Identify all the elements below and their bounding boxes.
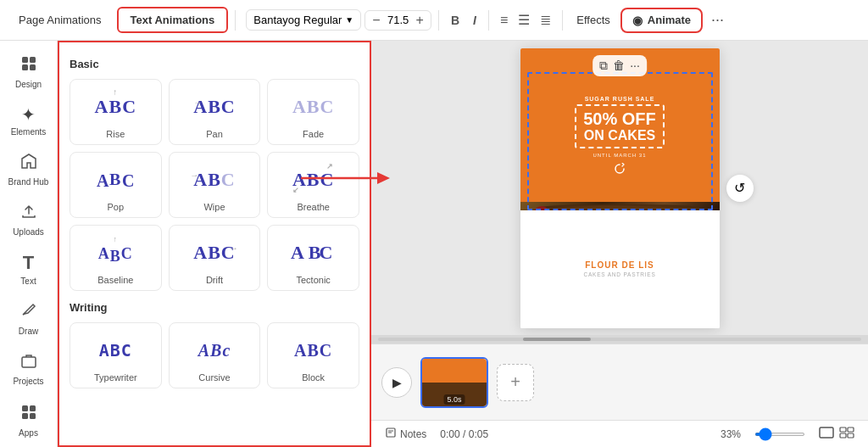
sidebar-brand-hub-label: Brand Hub [8,177,49,187]
sidebar-design-label: Design [15,80,42,89]
single-view-button[interactable] [819,427,834,442]
svg-rect-4 [22,357,36,367]
animation-pan[interactable]: → ABC Pan [169,79,261,145]
sidebar-uploads-label: Uploads [13,227,44,237]
sugar-rush-text: SUGAR RUSH SALE [575,96,665,102]
typewriter-label: Typewriter [75,372,156,383]
toolbar-divider-3 [488,10,489,31]
sale-box: 50% OFF ON CAKES [575,104,665,148]
align-buttons: ≡ ☰ ≣ [496,8,555,31]
align-indent-button[interactable]: ≣ [536,8,555,31]
sidebar-text-label: Text [20,277,36,286]
canvas-rotate-button[interactable]: ↺ [726,175,754,202]
panel-scroll[interactable]: Basic ↑ ABC Rise → [59,42,370,445]
sidebar-apps-label: Apps [19,428,38,438]
animation-wipe[interactable]: → ABC Wipe [169,152,261,218]
toolbar-divider-2 [438,10,439,31]
canvas-copy-button[interactable]: ⧉ [599,59,608,73]
align-left-button[interactable]: ≡ [496,8,512,31]
timeline: ▶ 5.0s + [371,344,868,420]
grid-view-button[interactable] [839,427,854,442]
svg-rect-17 [840,433,846,438]
animation-typewriter[interactable]: ABC Typewriter [70,322,162,388]
fade-preview: ABC [273,88,353,126]
toolbar-divider-1 [235,10,236,31]
align-list-button[interactable]: ☰ [514,8,534,31]
draw-icon [19,301,38,324]
canvas-scroll[interactable]: ⧉ 🗑 ··· SUGAR RUSH SALE 50% OFF ON CAKES [371,41,868,335]
add-slide-button[interactable]: + [497,364,534,401]
drift-preview: → ABC [175,234,255,271]
animation-rise[interactable]: ↑ ABC Rise [70,79,162,145]
animation-block[interactable]: ABC Block [267,322,359,388]
uploads-icon [19,202,38,225]
format-bold-button[interactable]: B [446,10,465,31]
animate-label: Animate [648,14,691,26]
animate-button[interactable]: ◉ Animate [620,8,703,33]
projects-icon [19,351,38,374]
tectonic-preview: ABC [273,234,353,271]
sidebar-projects-label: Projects [13,377,43,386]
pan-label: Pan [175,129,255,139]
sidebar-item-uploads[interactable]: Uploads [3,195,54,243]
horizontal-scrollbar[interactable] [371,335,868,344]
brand-sub-text: CAKES AND PASTRIES [583,271,655,277]
timeline-thumbnail[interactable]: 5.0s [420,357,488,408]
svg-rect-0 [22,57,28,63]
sidebar-item-design[interactable]: Design [3,47,54,96]
baseline-preview: ↑ ABC [75,234,156,271]
notes-label: Notes [400,428,426,440]
toolbar-divider-4 [562,10,563,31]
h-scroll-track [378,338,861,341]
animation-pop[interactable]: ABC Pop [70,152,162,218]
svg-rect-18 [848,433,854,438]
until-text: UNTIL MARCH 31 [575,153,665,158]
font-size-increase[interactable]: + [413,13,427,28]
font-selector[interactable]: Bantayog Regular ▼ [246,9,361,31]
animations-panel: Basic ↑ ABC Rise → [58,41,371,447]
canvas-delete-button[interactable]: 🗑 [613,59,625,73]
more-options-button[interactable]: ··· [706,8,729,32]
writing-section-title: Writing [70,301,359,314]
notes-button[interactable]: Notes [385,427,426,441]
animate-icon: ◉ [632,14,643,27]
design-icon [19,54,38,77]
sidebar-item-draw[interactable]: Draw [3,294,54,343]
animation-baseline[interactable]: ↑ ABC Baseline [70,225,162,291]
sidebar-elements-label: Elements [11,127,47,137]
fade-label: Fade [273,129,353,139]
sidebar-item-brand-hub[interactable]: Brand Hub [3,145,54,193]
animation-cursive[interactable]: ABc Cursive [169,322,261,388]
format-italic-button[interactable]: I [468,10,481,31]
cake-image-section [520,202,720,210]
wipe-label: Wipe [175,202,255,212]
sidebar-item-apps[interactable]: Apps [3,396,54,444]
tab-page-animations[interactable]: Page Animations [7,8,114,31]
cake-bg [520,202,720,210]
animation-tectonic[interactable]: ABC Tectonic [267,225,359,291]
zoom-level-label: 33% [721,428,741,440]
text-icon: T [23,252,34,274]
breathe-label: Breathe [273,202,353,212]
canvas-area: ⧉ 🗑 ··· SUGAR RUSH SALE 50% OFF ON CAKES [371,41,868,447]
cursive-label: Cursive [175,372,255,383]
sync-icon [575,163,665,178]
sidebar-item-elements[interactable]: ✦ Elements [3,98,54,143]
left-sidebar: Design ✦ Elements Brand Hub Uploads T Te… [0,41,58,447]
sidebar-item-text[interactable]: T Text [3,245,54,293]
pop-preview: ABC [75,161,156,198]
sidebar-item-projects[interactable]: Projects [3,344,54,393]
canvas-more-button[interactable]: ··· [630,59,640,73]
animation-drift[interactable]: → ABC Drift [169,225,261,291]
zoom-slider[interactable] [754,433,805,436]
font-size-decrease[interactable]: − [369,13,383,28]
effects-button[interactable]: Effects [570,10,617,30]
tab-text-animations[interactable]: Text Animations [117,7,229,33]
animation-breathe[interactable]: ↗ ↙ ABC Breathe [267,152,359,218]
svg-rect-1 [30,57,36,63]
view-buttons [819,427,854,442]
play-button[interactable]: ▶ [381,367,412,398]
chevron-down-icon: ▼ [345,15,353,25]
animation-fade[interactable]: ABC Fade [267,79,359,145]
rise-label: Rise [75,129,156,139]
